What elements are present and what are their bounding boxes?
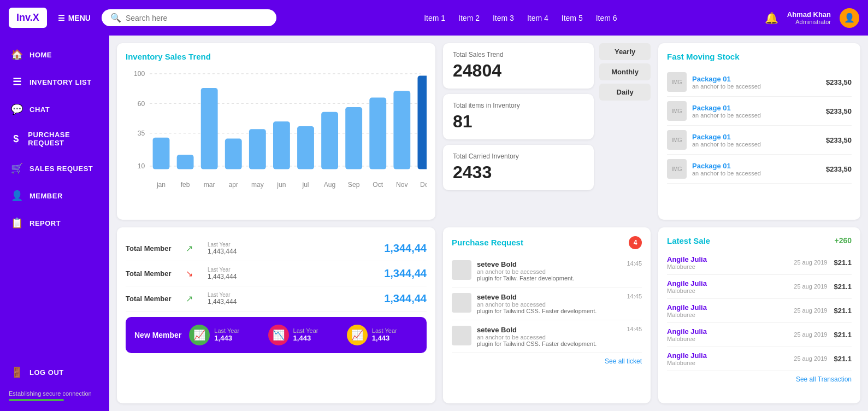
pr-desc: plugin for Tailwind CSS. Faster developm… [477,308,621,314]
svg-text:10: 10 [138,162,145,170]
sidebar-item-sales-request[interactable]: 🛒 SALES REQUEST [0,155,109,182]
pr-time: 14:45 [627,260,642,267]
nm-circle: 📈 [189,325,210,345]
nav-item[interactable]: Item 5 [562,14,583,22]
member-label: Total Member [126,269,180,278]
svg-text:Dec: Dec [420,181,427,189]
svg-rect-26 [369,98,386,169]
sidebar-icon: 👤 [11,190,23,202]
purchase-badge: 4 [629,236,642,249]
svg-text:feb: feb [181,181,190,189]
content-area: Inventory Sales Trend 100 60 35 10 janfe… [109,36,868,411]
period-btn-yearly[interactable]: Yearly [599,43,651,60]
fast-moving-title: Fast Moving Stock [667,52,852,61]
nav-item[interactable]: Item 4 [527,14,548,22]
stock-price: $233,50 [826,107,852,115]
sidebar-item-member[interactable]: 👤 MEMBER [0,182,109,209]
pr-info: seteve Bold an anchor to be accessed plu… [477,260,621,281]
ls-date: 25 aug 2019 [794,283,827,290]
sidebar-icon: $ [11,133,21,145]
nav-item[interactable]: Item 3 [493,14,514,22]
user-role: Administrator [787,19,831,25]
purchase-request-title: Purchase Request [452,238,523,247]
ls-date: 25 aug 2019 [794,331,827,338]
sidebar-label: SALES REQUEST [29,165,93,173]
connection-status: Establishing secure connection [0,386,109,406]
pr-info: seteve Bold an anchor to be accessed plu… [477,293,621,314]
new-member-stats: 📈 Last Year 1,443 📉 Last Year 1,443 📈 La… [189,325,418,345]
ls-date: 25 aug 2019 [794,307,827,314]
total-items-box: Total items in Inventory 81 [443,94,594,139]
nm-stat: 📈 Last Year 1,443 [189,325,260,345]
sidebar-icon: ☰ [11,76,23,88]
stock-item: IMG Package 01 an anchor to be accessed … [667,155,852,184]
sidebar-logout[interactable]: 🚪 LOG OUT [0,359,109,386]
period-btn-monthly[interactable]: Monthly [599,63,651,80]
svg-rect-14 [225,139,242,169]
latest-sale-item: Angile Julia Maloburee 25 aug 2019 $21.1 [667,323,852,347]
nav-item[interactable]: Item 6 [596,14,617,22]
member-value: 1,344,44 [384,292,427,305]
member-row: Total Member ↘ Last Year 1,443,444 1,344… [126,261,427,286]
logout-icon: 🚪 [11,366,23,378]
search-input[interactable] [126,14,268,22]
notification-bell[interactable]: 🔔 [765,11,778,25]
pr-avatar [452,293,471,313]
member-last-year: Last Year 1,443,444 [208,292,379,306]
ls-date: 25 aug 2019 [794,355,827,362]
new-member-banner: New Member 📈 Last Year 1,443 📉 Last Year… [126,317,427,353]
member-rows: Total Member ↗ Last Year 1,443,444 1,344… [126,236,427,312]
member-last-year: Last Year 1,443,444 [208,267,379,280]
ls-sub: Maloburee [667,263,794,270]
pr-desc: plugin for Tailw. Faster development. [477,275,621,281]
nm-circle: 📉 [268,325,289,345]
ls-name-wrap: Angile Julia Maloburee [667,255,794,270]
stock-name[interactable]: Package 01 [692,133,820,141]
svg-text:Oct: Oct [373,181,383,189]
pr-name: seteve Bold [477,326,621,334]
ls-name: Angile Julia [667,351,794,360]
stock-name[interactable]: Package 01 [692,162,820,170]
total-items-value: 81 [453,111,584,132]
member-last-year: Last Year 1,443,444 [208,242,379,255]
trend-down-icon: ↘ [186,269,193,278]
nav-item[interactable]: Item 1 [424,14,445,22]
sidebar-item-report[interactable]: 📋 REPORT [0,209,109,237]
sidebar-item-inventory-list[interactable]: ☰ INVENTORY LIST [0,68,109,96]
member-row: Total Member ↗ Last Year 1,443,444 1,344… [126,286,427,312]
stock-sub: an anchor to be accessed [692,83,820,90]
menu-button[interactable]: ☰ MENU [58,14,91,22]
nav-item[interactable]: Item 2 [458,14,480,22]
latest-sale-list: Angile Julia Maloburee 25 aug 2019 $21.1… [667,251,852,371]
stock-name[interactable]: Package 01 [692,75,820,83]
stock-info: Package 01 an anchor to be accessed [692,162,820,177]
svg-rect-12 [201,88,218,169]
avatar: 👤 [840,8,859,28]
nav-right: 🔔 Ahmad Khan Administrator 👤 [765,8,859,28]
svg-rect-24 [345,107,362,169]
period-btn-daily[interactable]: Daily [599,84,651,101]
member-value: 1,344,44 [384,242,427,255]
stock-sub: an anchor to be accessed [692,141,820,148]
ls-price: $21.1 [834,283,852,291]
sidebar-item-chat[interactable]: 💬 CHAT [0,96,109,123]
svg-text:Nov: Nov [396,181,408,189]
stock-name[interactable]: Package 01 [692,104,820,112]
sidebar-item-home[interactable]: 🏠 HOME [0,41,109,68]
svg-rect-8 [153,138,170,169]
ls-sub: Maloburee [667,287,794,294]
sidebar-label: CHAT [29,105,50,114]
pr-avatar [452,260,471,280]
total-sales-label: Total Sales Trend [453,51,584,58]
latest-sale-item: Angile Julia Maloburee 25 aug 2019 $21.1 [667,251,852,275]
purchase-request-item: seteve Bold an anchor to be accessed plu… [452,255,642,287]
see-all-tickets[interactable]: See all ticket [452,357,642,365]
chart-area: 100 60 35 10 janfebmaraprmayjunjulAugSep… [126,68,427,199]
sidebar-item-purchase-request[interactable]: $ PURCHASE REQUEST [0,123,109,155]
user-info: Ahmad Khan Administrator [787,10,831,25]
stock-info: Package 01 an anchor to be accessed [692,75,820,90]
ls-price: $21.1 [834,355,852,363]
stock-price: $233,50 [826,136,852,144]
svg-rect-20 [297,126,314,169]
see-all-transactions[interactable]: See all Transaction [667,375,852,383]
